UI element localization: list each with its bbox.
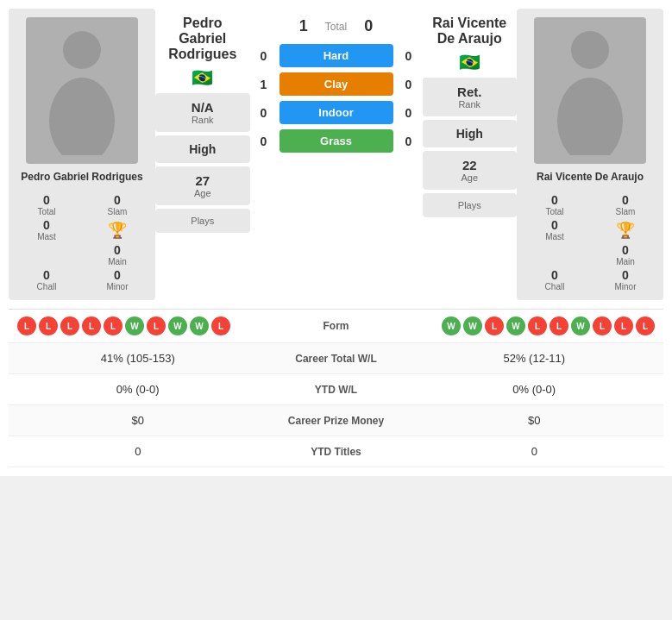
total-label: Total xyxy=(325,21,347,33)
p2-total-score: 0 xyxy=(364,17,373,35)
player2-total: 0 Total xyxy=(524,193,586,216)
stat-label: YTD W/L xyxy=(259,384,414,396)
stat-label: YTD Titles xyxy=(259,446,414,458)
player2-mast: 0 Mast xyxy=(524,218,586,241)
stat-value-left: $0 xyxy=(17,414,259,427)
hard-p1: 0 xyxy=(255,49,273,63)
form-badge-p2: W xyxy=(506,316,525,335)
form-badge-p1: L xyxy=(17,316,36,335)
form-badge-p1: L xyxy=(104,316,122,335)
svg-point-1 xyxy=(49,78,115,155)
stat-value-left: 0 xyxy=(17,445,259,458)
indoor-p2: 0 xyxy=(400,106,418,120)
player1-age-box: 27 Age xyxy=(155,166,250,205)
stat-row: 0% (0-0) YTD W/L 0% (0-0) xyxy=(9,374,663,405)
form-badge-p2: L xyxy=(593,316,612,335)
player2-name: Rai Vicente De Araujo xyxy=(537,171,644,183)
form-badge-p2: L xyxy=(636,316,655,335)
form-badges-left: LLLLLWLWWL xyxy=(17,316,285,335)
trophy-icon: 🏆 xyxy=(108,221,127,240)
stat-row: 0 YTD Titles 0 xyxy=(9,436,663,467)
player1-card: Pedro Gabriel Rodrigues 0 Total 0 Slam 0… xyxy=(9,9,155,300)
stat-row: $0 Career Prize Money $0 xyxy=(9,405,663,436)
trophy-icon-container: 🏆 xyxy=(86,218,148,241)
stat-value-left: 0% (0-0) xyxy=(17,383,259,396)
grass-row: 0 Grass 0 xyxy=(255,129,418,153)
clay-row: 1 Clay 0 xyxy=(255,72,418,96)
stat-label: Career Prize Money xyxy=(259,415,414,427)
clay-p1: 1 xyxy=(255,78,273,91)
player1-main: 0 Main xyxy=(86,243,148,266)
form-badge-p2: W xyxy=(463,316,482,335)
stat-value-left: 41% (105-153) xyxy=(17,352,259,365)
trophy2-icon-container: 🏆 xyxy=(594,218,656,241)
center-column: 1 Total 0 0 Hard 0 1 Clay 0 0 Indoor 0 xyxy=(250,9,423,300)
indoor-p1: 0 xyxy=(255,106,273,120)
player2-stats: 0 Total 0 Slam 0 Mast 🏆 0 Main xyxy=(524,193,656,291)
form-badges-right: WWLWLLWLLL xyxy=(388,316,656,335)
indoor-badge: Indoor xyxy=(279,101,393,124)
form-label: Form xyxy=(285,320,388,332)
player1-plays-box: Plays xyxy=(155,209,250,233)
hard-p2: 0 xyxy=(400,49,418,63)
stat-value-right: 52% (12-11) xyxy=(414,352,656,365)
player2-card: Rai Vicente De Araujo 0 Total 0 Slam 0 M… xyxy=(517,9,663,300)
top-section: Pedro Gabriel Rodrigues 0 Total 0 Slam 0… xyxy=(9,9,663,300)
comparison-container: Pedro Gabriel Rodrigues 0 Total 0 Slam 0… xyxy=(0,0,672,476)
player1-stat-rows: N/A Rank High 27 Age Plays xyxy=(155,93,250,300)
player1-rank-box: N/A Rank xyxy=(155,93,250,132)
form-badge-p2: L xyxy=(550,316,568,335)
form-badge-p1: W xyxy=(168,316,187,335)
indoor-row: 0 Indoor 0 xyxy=(255,101,418,124)
player2-flag: 🇧🇷 xyxy=(423,50,518,78)
form-badge-p2: L xyxy=(528,316,547,335)
grass-p2: 0 xyxy=(400,135,418,148)
player1-chall: 0 Chall xyxy=(16,268,78,291)
stat-row: 41% (105-153) Career Total W/L 52% (12-1… xyxy=(9,343,663,374)
player1-high-box: High xyxy=(155,135,250,163)
form-badge-p1: L xyxy=(211,316,230,335)
stat-value-right: $0 xyxy=(414,414,656,427)
player2-slam: 0 Slam xyxy=(594,193,656,216)
trophy2-icon: 🏆 xyxy=(616,221,635,240)
stat-label: Career Total W/L xyxy=(259,353,414,365)
player2-header-name: Rai Vicente De Araujo xyxy=(423,9,518,50)
form-badge-p2: L xyxy=(485,316,504,335)
player2-avatar xyxy=(534,17,646,164)
bottom-section: LLLLLWLWWL Form WWLWLLWLLL 41% (105-153)… xyxy=(9,309,663,467)
player2-rank-box: Ret. Rank xyxy=(423,78,518,116)
grass-badge: Grass xyxy=(279,129,393,153)
player1-header-name: Pedro Gabriel Rodrigues xyxy=(155,9,250,66)
clay-p2: 0 xyxy=(400,78,418,91)
stat-value-right: 0 xyxy=(414,445,656,458)
form-badge-p2: W xyxy=(571,316,590,335)
stat-value-right: 0% (0-0) xyxy=(414,383,656,396)
hard-row: 0 Hard 0 xyxy=(255,44,418,67)
player2-main: 0 Main xyxy=(594,243,656,266)
player2-high-box: High xyxy=(423,120,518,147)
form-badge-p1: L xyxy=(60,316,79,335)
player1-middle: Pedro Gabriel Rodrigues 🇧🇷 N/A Rank High… xyxy=(155,9,250,300)
form-badge-p1: L xyxy=(147,316,166,335)
player2-stat-rows: Ret. Rank High 22 Age Plays xyxy=(423,78,518,300)
player1-avatar xyxy=(26,17,138,164)
form-badge-p2: L xyxy=(614,316,633,335)
player2-plays-box: Plays xyxy=(423,193,518,217)
form-badge-p2: W xyxy=(442,316,461,335)
player1-total: 0 Total xyxy=(16,193,78,216)
player1-minor: 0 Minor xyxy=(86,268,148,291)
hard-badge: Hard xyxy=(279,44,393,67)
svg-point-2 xyxy=(571,31,609,69)
form-badge-p1: W xyxy=(125,316,144,335)
player2-age-box: 22 Age xyxy=(423,151,518,190)
p1-total-score: 1 xyxy=(299,17,308,35)
svg-point-3 xyxy=(557,78,623,155)
player2-middle: Rai Vicente De Araujo 🇧🇷 Ret. Rank High … xyxy=(423,9,518,300)
player1-name: Pedro Gabriel Rodrigues xyxy=(21,171,142,183)
svg-point-0 xyxy=(63,31,101,69)
form-row: LLLLLWLWWL Form WWLWLLWLLL xyxy=(9,310,663,343)
clay-badge: Clay xyxy=(279,72,393,96)
player1-mast: 0 Mast xyxy=(16,218,78,241)
player2-chall: 0 Chall xyxy=(524,268,586,291)
grass-p1: 0 xyxy=(255,135,273,148)
